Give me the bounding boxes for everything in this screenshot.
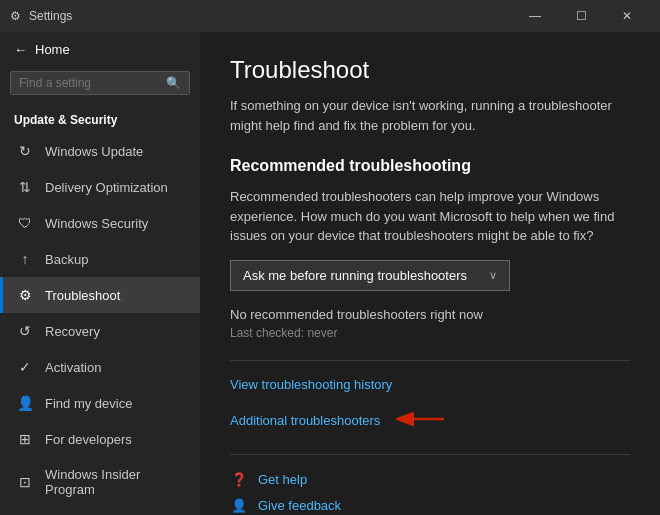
find-device-icon: 👤	[17, 395, 33, 411]
back-icon: ←	[14, 42, 27, 57]
sidebar-item-label: Windows Update	[45, 144, 143, 159]
backup-icon: ↑	[17, 251, 33, 267]
sidebar-item-backup[interactable]: ↑ Backup	[0, 241, 200, 277]
back-label: Home	[35, 42, 70, 57]
get-help-label: Get help	[258, 472, 307, 487]
sidebar-item-label: Recovery	[45, 324, 100, 339]
sidebar-item-windows-insider[interactable]: ⊡ Windows Insider Program	[0, 457, 200, 507]
troubleshoot-icon: ⚙	[17, 287, 33, 303]
sidebar-item-label: Windows Insider Program	[45, 467, 186, 497]
title-bar: ⚙ Settings — ☐ ✕	[0, 0, 660, 32]
get-help-row[interactable]: ❓ Get help	[230, 471, 630, 489]
sidebar-item-label: Find my device	[45, 396, 132, 411]
sidebar-section-label: Update & Security	[0, 105, 200, 133]
sidebar-item-activation[interactable]: ✓ Activation	[0, 349, 200, 385]
divider-2	[230, 454, 630, 455]
give-feedback-icon: 👤	[230, 497, 248, 515]
get-help-icon: ❓	[230, 471, 248, 489]
sidebar-item-delivery-optimization[interactable]: ⇅ Delivery Optimization	[0, 169, 200, 205]
red-arrow-annotation	[396, 408, 446, 434]
additional-troubleshooters-link[interactable]: Additional troubleshooters	[230, 413, 380, 428]
dropdown-value: Ask me before running troubleshooters	[243, 268, 467, 283]
troubleshoot-dropdown[interactable]: Ask me before running troubleshooters ∨	[230, 260, 510, 291]
give-feedback-row[interactable]: 👤 Give feedback	[230, 497, 630, 515]
delivery-icon: ⇅	[17, 179, 33, 195]
sidebar-item-label: Troubleshoot	[45, 288, 120, 303]
give-feedback-label: Give feedback	[258, 498, 341, 513]
sidebar-item-troubleshoot[interactable]: ⚙ Troubleshoot	[0, 277, 200, 313]
close-button[interactable]: ✕	[604, 0, 650, 32]
sidebar-item-for-developers[interactable]: ⊞ For developers	[0, 421, 200, 457]
additional-troubleshooters-row: Additional troubleshooters	[230, 408, 630, 434]
recovery-icon: ↺	[17, 323, 33, 339]
search-input[interactable]	[19, 76, 160, 90]
sidebar-item-find-my-device[interactable]: 👤 Find my device	[0, 385, 200, 421]
view-history-link[interactable]: View troubleshooting history	[230, 377, 630, 392]
sidebar-item-windows-security[interactable]: 🛡 Windows Security	[0, 205, 200, 241]
section-desc: Recommended troubleshooters can help imp…	[230, 187, 630, 246]
sidebar-item-label: Activation	[45, 360, 101, 375]
security-icon: 🛡	[17, 215, 33, 231]
minimize-button[interactable]: —	[512, 0, 558, 32]
page-title: Troubleshoot	[230, 56, 630, 84]
sidebar-back-button[interactable]: ← Home	[0, 32, 200, 67]
settings-icon: ⚙	[10, 9, 21, 23]
status-sub: Last checked: never	[230, 326, 630, 340]
developers-icon: ⊞	[17, 431, 33, 447]
search-box[interactable]: 🔍	[10, 71, 190, 95]
search-icon: 🔍	[166, 76, 181, 90]
sidebar-item-recovery[interactable]: ↺ Recovery	[0, 313, 200, 349]
main-content: Troubleshoot If something on your device…	[200, 32, 660, 515]
windows-update-icon: ↻	[17, 143, 33, 159]
status-text: No recommended troubleshooters right now	[230, 307, 630, 322]
sidebar-item-label: Backup	[45, 252, 88, 267]
page-subtitle: If something on your device isn't workin…	[230, 96, 630, 135]
chevron-down-icon: ∨	[489, 269, 497, 282]
divider	[230, 360, 630, 361]
title-bar-controls: — ☐ ✕	[512, 0, 650, 32]
sidebar-item-label: Windows Security	[45, 216, 148, 231]
insider-icon: ⊡	[17, 474, 33, 490]
sidebar-item-windows-update[interactable]: ↻ Windows Update	[0, 133, 200, 169]
maximize-button[interactable]: ☐	[558, 0, 604, 32]
app-body: ← Home 🔍 Update & Security ↻ Windows Upd…	[0, 32, 660, 515]
activation-icon: ✓	[17, 359, 33, 375]
sidebar-item-label: For developers	[45, 432, 132, 447]
sidebar: ← Home 🔍 Update & Security ↻ Windows Upd…	[0, 32, 200, 515]
sidebar-item-label: Delivery Optimization	[45, 180, 168, 195]
title-bar-left: ⚙ Settings	[10, 9, 72, 23]
title-bar-label: Settings	[29, 9, 72, 23]
section-title: Recommended troubleshooting	[230, 157, 630, 175]
